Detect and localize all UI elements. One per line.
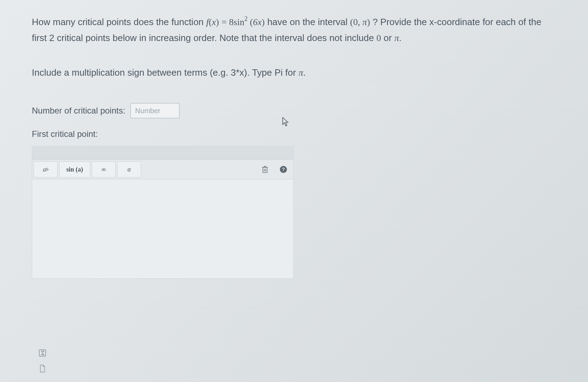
sigma-button[interactable] bbox=[38, 348, 47, 358]
svg-rect-3 bbox=[39, 350, 46, 356]
equation-editor: ab sin (a) ∞ α ? bbox=[32, 146, 294, 279]
interval-comma: , bbox=[358, 17, 362, 27]
help-icon: ? bbox=[279, 166, 287, 173]
func-exp: 2 bbox=[244, 15, 248, 22]
interval-close: ) bbox=[367, 17, 370, 27]
editor-input-area[interactable] bbox=[32, 179, 293, 278]
document-icon bbox=[39, 364, 46, 373]
instruction-period: . bbox=[303, 67, 306, 78]
toolbar-alpha-button[interactable]: α bbox=[117, 161, 141, 178]
num-critical-row: Number of critical points: bbox=[32, 103, 556, 118]
document-button[interactable] bbox=[38, 364, 47, 374]
sin-label: sin (a) bbox=[66, 166, 83, 173]
first-critical-label: First critical point: bbox=[32, 129, 556, 139]
zero-text: 0 bbox=[376, 33, 381, 43]
toolbar-spacer bbox=[143, 161, 255, 178]
power-base: a bbox=[43, 166, 46, 173]
func-arg: 6x bbox=[253, 17, 262, 27]
toolbar-help-button[interactable]: ? bbox=[275, 161, 292, 178]
infinity-label: ∞ bbox=[102, 166, 106, 173]
toolbar-sin-button[interactable]: sin (a) bbox=[59, 161, 90, 178]
equals: = bbox=[221, 17, 229, 27]
toolbar-infinity-button[interactable]: ∞ bbox=[92, 161, 116, 178]
svg-rect-0 bbox=[263, 167, 267, 173]
interval-zero: 0 bbox=[353, 17, 358, 27]
num-critical-label: Number of critical points: bbox=[32, 106, 125, 116]
func-coef: 8sin bbox=[229, 17, 244, 27]
question-prefix: How many critical points does the functi… bbox=[32, 17, 206, 27]
question-period: . bbox=[399, 33, 402, 43]
question-middle: have on the interval bbox=[267, 17, 350, 27]
arg-open: ( bbox=[248, 17, 253, 27]
sigma-icon bbox=[39, 349, 46, 357]
paren-open: ( bbox=[209, 17, 212, 27]
interval-open: ( bbox=[350, 17, 353, 27]
toolbar-delete-button[interactable] bbox=[256, 161, 273, 178]
question-text: How many critical points does the functi… bbox=[32, 14, 556, 46]
num-critical-input[interactable] bbox=[130, 103, 180, 118]
bottom-icon-bar bbox=[38, 348, 47, 374]
alpha-label: α bbox=[127, 166, 131, 173]
paren-close: ) bbox=[216, 17, 219, 27]
svg-text:?: ? bbox=[282, 167, 285, 172]
arg-close: ) bbox=[261, 17, 265, 27]
func-x: x bbox=[212, 17, 216, 27]
instruction-prefix: Include a multiplication sign between te… bbox=[32, 67, 299, 78]
or-text: or bbox=[384, 33, 394, 43]
pi-text: π bbox=[394, 33, 399, 43]
interval-pi: π bbox=[362, 17, 367, 27]
instruction-pi: π bbox=[299, 68, 303, 78]
editor-toolbar: ab sin (a) ∞ α ? bbox=[32, 160, 293, 179]
trash-icon bbox=[261, 166, 269, 173]
power-exp: b bbox=[46, 167, 48, 172]
func-f: f bbox=[206, 17, 209, 27]
instruction-text: Include a multiplication sign between te… bbox=[32, 67, 556, 78]
editor-top-bar bbox=[32, 146, 293, 160]
toolbar-power-button[interactable]: ab bbox=[34, 161, 58, 178]
